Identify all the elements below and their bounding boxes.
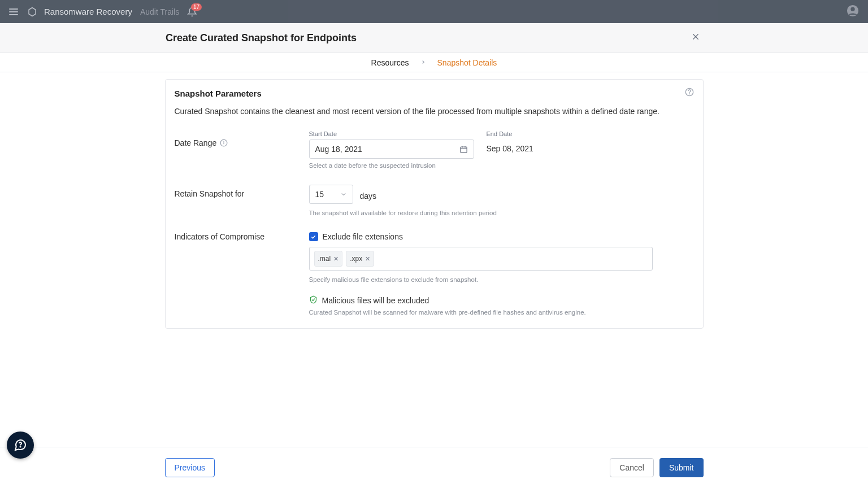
retention-label: Retain Snapshot for: [175, 189, 245, 198]
menu-hamburger-icon[interactable]: [9, 8, 18, 15]
notifications-button[interactable]: 17: [187, 7, 197, 17]
svg-point-2: [850, 7, 854, 11]
logo-icon: [27, 7, 37, 17]
chat-help-icon: [14, 438, 27, 452]
end-date-label: End Date: [487, 130, 533, 137]
app-subtitle[interactable]: Audit Trails: [140, 7, 179, 16]
svg-rect-10: [460, 147, 466, 152]
tag-remove-button[interactable]: ✕: [333, 255, 338, 263]
date-range-label: Date Range: [175, 138, 217, 147]
exclude-extensions-checkbox[interactable]: [309, 232, 318, 241]
shield-helper: Curated Snapshot will be scanned for mal…: [309, 309, 586, 316]
svg-marker-0: [29, 7, 36, 16]
start-date-label: Start Date: [309, 130, 474, 137]
shield-text: Malicious files will be excluded: [322, 296, 429, 305]
wizard-steps: Resources Snapshot Details: [0, 53, 868, 72]
start-date-value: Aug 18, 2021: [315, 145, 362, 154]
step-snapshot-details[interactable]: Snapshot Details: [437, 58, 497, 67]
avatar-icon: [847, 5, 859, 17]
close-icon: [691, 32, 700, 41]
help-circle-icon: [685, 88, 694, 97]
extensions-tag-input[interactable]: .mal ✕ .xpx ✕: [309, 247, 653, 271]
snapshot-parameters-card: Snapshot Parameters Curated Snapshot con…: [165, 79, 704, 329]
close-button[interactable]: [689, 30, 702, 46]
check-icon: [310, 234, 316, 240]
svg-point-14: [20, 447, 21, 447]
extension-tag: .mal ✕: [314, 251, 343, 267]
step-resources[interactable]: Resources: [371, 58, 409, 67]
retention-select[interactable]: 15: [309, 185, 353, 204]
extension-tag: .xpx ✕: [346, 251, 374, 267]
help-chat-button[interactable]: [7, 432, 34, 459]
submit-button[interactable]: Submit: [659, 458, 704, 477]
start-date-input[interactable]: Aug 18, 2021: [309, 140, 474, 159]
top-nav: Ransomware Recovery Audit Trails 17: [0, 0, 868, 23]
ioc-label: Indicators of Compromise: [175, 232, 265, 241]
page-subheader: Create Curated Snapshot for Endpoints: [0, 23, 868, 53]
app-title: Ransomware Recovery: [44, 7, 132, 16]
card-description: Curated Snapshot contains the cleanest a…: [175, 106, 694, 117]
page-title: Create Curated Snapshot for Endpoints: [166, 32, 357, 44]
calendar-icon: [459, 145, 468, 154]
notification-count-badge: 17: [191, 3, 202, 11]
tag-remove-button[interactable]: ✕: [365, 255, 370, 263]
retention-value: 15: [315, 190, 324, 199]
card-title: Snapshot Parameters: [175, 89, 262, 98]
retention-helper: The snapshot will available for restore …: [309, 210, 497, 216]
chevron-down-icon: [340, 191, 347, 198]
extensions-helper: Specify malicious file extensions to exc…: [309, 276, 479, 283]
date-range-info-icon[interactable]: [220, 139, 228, 147]
end-date-value: Sep 08, 2021: [487, 140, 533, 153]
previous-button[interactable]: Previous: [165, 458, 215, 477]
start-date-helper: Select a date before the suspected intru…: [309, 162, 474, 169]
cancel-button[interactable]: Cancel: [610, 458, 654, 477]
shield-check-icon: [309, 295, 318, 306]
svg-point-9: [224, 141, 224, 142]
exclude-extensions-label: Exclude file extensions: [323, 232, 403, 241]
retention-unit: days: [360, 191, 377, 201]
chevron-right-icon: [420, 59, 426, 67]
svg-point-6: [689, 94, 689, 94]
card-help-button[interactable]: [685, 88, 694, 99]
wizard-footer: Previous Cancel Submit: [0, 447, 868, 488]
user-avatar-button[interactable]: [847, 5, 859, 19]
